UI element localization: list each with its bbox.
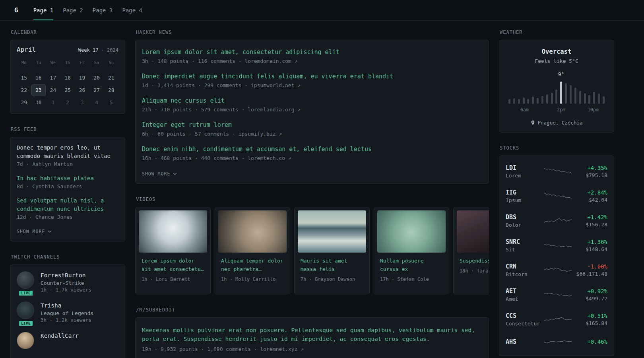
stock-ticker: CRN bbox=[506, 263, 542, 270]
channel-name[interactable]: KendallCarr bbox=[41, 332, 79, 340]
hn-show-more-button[interactable]: SHOW MORE bbox=[142, 171, 177, 177]
hn-item-title[interactable]: Donec imperdiet augue tincidunt felis al… bbox=[142, 72, 482, 81]
weather-time-labels: 6am 2pm 10pm bbox=[508, 107, 605, 113]
hn-item-title[interactable]: Donec enim nibh, condimentum et accumsan… bbox=[142, 145, 482, 154]
stock-price: $42.04 bbox=[573, 197, 607, 203]
channel-info: Trisha League of Legends 3h · 1.2k viewe… bbox=[41, 302, 93, 325]
app-logo[interactable]: G bbox=[14, 6, 18, 14]
video-card[interactable]: Suspendisse diam 18h · Tara bbox=[453, 207, 489, 294]
stock-row[interactable]: SNRCSit +1.36%$148.64 bbox=[506, 233, 607, 258]
weekday-label: Sa bbox=[89, 58, 104, 67]
video-thumbnail[interactable] bbox=[457, 210, 489, 253]
stock-ticker: CCS bbox=[506, 312, 542, 319]
weather-temp-label: 9° bbox=[558, 71, 564, 77]
rss-item-title[interactable]: Sed volutpat nulla nisl, a condimentum n… bbox=[17, 197, 118, 213]
twitch-channel[interactable]: LIVE Trisha League of Legends 3h · 1.2k … bbox=[17, 302, 118, 325]
stock-sparkline bbox=[544, 191, 572, 201]
calendar-day: 15 bbox=[17, 72, 31, 84]
hn-item-meta[interactable]: 1d · 1,414 points · 299 comments · ipsum… bbox=[142, 82, 482, 88]
video-title[interactable]: Lorem ipsum dolor sit amet consectetu… bbox=[142, 257, 205, 274]
time-label: 10pm bbox=[588, 107, 599, 113]
hn-item[interactable]: Aliquam nec cursus elit 21h · 710 points… bbox=[142, 97, 482, 113]
stock-change: +0.51% bbox=[573, 313, 607, 319]
tab-page-2[interactable]: Page 2 bbox=[63, 0, 83, 20]
avatar-wrap bbox=[17, 332, 35, 355]
calendar-day: 18 bbox=[60, 72, 75, 84]
calendar-day: 19 bbox=[75, 72, 89, 84]
subreddit-post[interactable]: Maecenas mollis pulvinar erat non posuer… bbox=[142, 326, 482, 352]
stock-name: Consectetur bbox=[506, 321, 542, 327]
hn-item-title[interactable]: Integer eget rutrum lorem bbox=[142, 121, 482, 129]
right-column: WEATHER Overcast Feels like 5°C 9° 6am 2… bbox=[499, 29, 614, 358]
channel-game: League of Legends bbox=[41, 310, 93, 316]
hn-item[interactable]: Integer eget rutrum lorem 6h · 60 points… bbox=[142, 121, 482, 137]
hn-item[interactable]: Donec imperdiet augue tincidunt felis al… bbox=[142, 72, 482, 88]
rss-item[interactable]: In hac habitasse platea 8d · Cynthia Sau… bbox=[17, 174, 118, 189]
weekday-label: We bbox=[46, 58, 60, 67]
hn-item-meta[interactable]: 16h · 468 points · 440 comments · loremt… bbox=[142, 155, 482, 161]
stock-row[interactable]: CRNBitcorn -1.00%$66,171.48 bbox=[506, 258, 607, 282]
calendar-week: Week 17 bbox=[78, 47, 99, 53]
hn-item-title[interactable]: Lorem ipsum dolor sit amet, consectetur … bbox=[142, 48, 482, 56]
subreddit-post-meta[interactable]: 19h · 9,932 points · 1,090 comments · lo… bbox=[142, 346, 482, 352]
hn-item-meta[interactable]: 21h · 710 points · 579 comments · loreml… bbox=[142, 107, 482, 113]
rss-item-title[interactable]: In hac habitasse platea bbox=[17, 174, 118, 183]
video-card[interactable]: Lorem ipsum dolor sit amet consectetu… 1… bbox=[135, 207, 211, 294]
rss-item[interactable]: Donec tempor eros leo, ut commodo mauris… bbox=[17, 144, 118, 167]
calendar-day-selected: 23 bbox=[31, 84, 46, 96]
stock-row[interactable]: CCSConsectetur +0.51%$165.84 bbox=[506, 307, 607, 332]
time-label: 2pm bbox=[557, 107, 565, 113]
hn-item-meta[interactable]: 6h · 60 points · 57 comments · ipsumify.… bbox=[142, 131, 482, 137]
stock-ticker: DBS bbox=[506, 214, 542, 221]
hackernews-card: Lorem ipsum dolor sit amet, consectetur … bbox=[135, 40, 489, 184]
video-meta: 18h · Tara bbox=[460, 268, 489, 274]
tab-page-4[interactable]: Page 4 bbox=[122, 0, 142, 20]
stock-ticker: IIG bbox=[506, 189, 542, 196]
video-card[interactable]: Mauris sit amet massa felis 7h · Grayson… bbox=[294, 207, 370, 294]
stock-change: +0.92% bbox=[573, 288, 607, 294]
channel-name[interactable]: Trisha bbox=[41, 302, 93, 309]
hn-item-title[interactable]: Aliquam nec cursus elit bbox=[142, 97, 482, 105]
weather-bar bbox=[537, 98, 539, 104]
video-title[interactable]: Mauris sit amet massa felis bbox=[301, 257, 364, 274]
channel-name[interactable]: ForrestBurton bbox=[41, 271, 91, 279]
hn-item[interactable]: Donec enim nibh, condimentum et accumsan… bbox=[142, 145, 482, 161]
video-card[interactable]: Nullam posuere cursus ex 17h · Stefan Co… bbox=[374, 207, 449, 294]
subreddit-card: Maecenas mollis pulvinar erat non posuer… bbox=[135, 317, 489, 358]
video-thumbnail[interactable] bbox=[298, 210, 366, 253]
weather-bar bbox=[541, 96, 543, 104]
video-thumbnail[interactable] bbox=[139, 210, 207, 253]
stock-price: $499.72 bbox=[573, 296, 607, 302]
stock-row[interactable]: AHS +0.46% bbox=[506, 332, 607, 352]
weather-widget: WEATHER Overcast Feels like 5°C 9° 6am 2… bbox=[499, 29, 614, 132]
weekday-label: Th bbox=[60, 58, 75, 67]
video-card[interactable]: Aliquam tempor dolor nec pharetra… 1h · … bbox=[215, 207, 290, 294]
stock-price: $165.84 bbox=[573, 320, 607, 326]
video-title[interactable]: Nullam posuere cursus ex bbox=[380, 257, 444, 274]
stock-row[interactable]: AETAmet +0.92%$499.72 bbox=[506, 282, 607, 307]
twitch-channel[interactable]: LIVE ForrestBurton Counter-Strike 1h · 1… bbox=[17, 271, 118, 294]
weekday-label: Tu bbox=[31, 58, 46, 67]
rss-item-title[interactable]: Donec tempor eros leo, ut commodo mauris… bbox=[17, 144, 118, 160]
avatar-wrap: LIVE bbox=[17, 271, 35, 294]
channel-info: ForrestBurton Counter-Strike 1h · 1.7k v… bbox=[41, 271, 91, 294]
hn-item-meta[interactable]: 3h · 148 points · 116 comments · loremdo… bbox=[142, 58, 482, 64]
tab-page-3[interactable]: Page 3 bbox=[93, 0, 113, 20]
tab-page-1[interactable]: Page 1 bbox=[33, 0, 54, 20]
weather-bar bbox=[565, 83, 567, 104]
calendar-month: April bbox=[17, 46, 36, 53]
subreddit-post-title[interactable]: Maecenas mollis pulvinar erat non posuer… bbox=[142, 326, 482, 344]
calendar-day: 3 bbox=[75, 96, 89, 109]
rss-card: Donec tempor eros leo, ut commodo mauris… bbox=[10, 137, 125, 241]
rss-show-more-button[interactable]: SHOW MORE bbox=[17, 229, 52, 234]
stock-row[interactable]: LDILorem +4.35%$795.18 bbox=[506, 159, 607, 184]
video-thumbnail[interactable] bbox=[218, 210, 287, 253]
video-title[interactable]: Suspendisse diam bbox=[460, 257, 489, 265]
video-title[interactable]: Aliquam tempor dolor nec pharetra… bbox=[221, 257, 285, 274]
twitch-channel[interactable]: KendallCarr bbox=[17, 332, 118, 355]
rss-item[interactable]: Sed volutpat nulla nisl, a condimentum n… bbox=[17, 197, 118, 220]
hn-item[interactable]: Lorem ipsum dolor sit amet, consectetur … bbox=[142, 48, 482, 64]
stock-row[interactable]: DBSDolor +1.42%$156.28 bbox=[506, 208, 607, 233]
stock-row[interactable]: IIGIpsum +2.84%$42.04 bbox=[506, 184, 607, 208]
video-thumbnail[interactable] bbox=[377, 210, 446, 253]
